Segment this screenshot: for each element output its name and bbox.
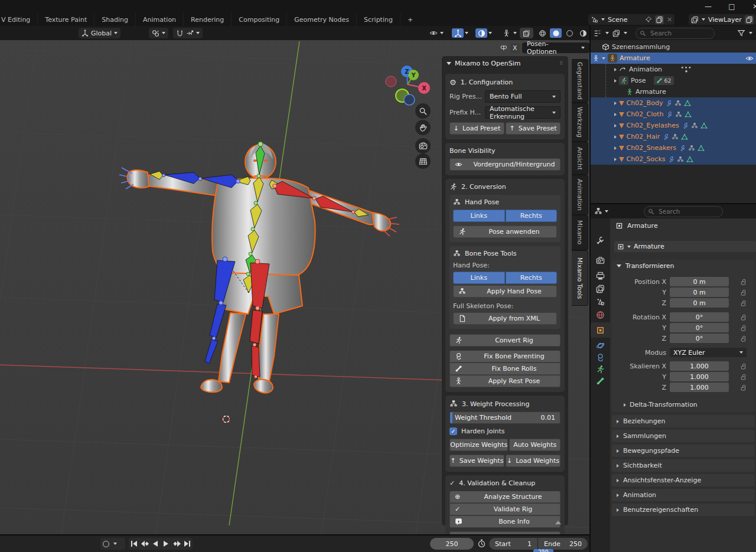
outliner-row-ch02-body[interactable]: ▼ Ch02_Body (591, 97, 756, 109)
window-minimize-button[interactable]: — (700, 1, 716, 12)
workspace-tab-uv-editing[interactable]: V Editing (0, 13, 38, 26)
shading-wireframe-button[interactable] (536, 28, 548, 38)
outliner-row-ch02-cloth[interactable]: ▼ Ch02_Cloth (591, 109, 756, 120)
position-z-field[interactable]: 0 m (670, 298, 729, 308)
display-mode-icon[interactable] (612, 30, 620, 37)
navigation-gizmo[interactable]: Z Y X (378, 55, 437, 109)
outliner-row-armature-object[interactable]: Armature (591, 53, 756, 64)
rotation-z-field[interactable]: 0° (670, 334, 729, 343)
drag-handle-icon[interactable]: ⠿ (559, 61, 563, 66)
workspace-tab-compositing[interactable]: Compositing (232, 13, 287, 26)
xray-toggle[interactable] (520, 28, 533, 38)
outliner-row-ch02-hair[interactable]: ▼ Ch02_Hair (591, 131, 756, 142)
outliner-row-ch02-sneakers[interactable]: ▼ Ch02_Sneakers (591, 142, 756, 153)
scroll-up-indicator[interactable] (555, 521, 561, 524)
play-reverse-button[interactable] (150, 538, 161, 550)
scale-x-field[interactable]: 1.000 (670, 361, 729, 371)
viewport-3d[interactable]: Global (0, 26, 589, 534)
optimize-weights-button[interactable]: Optimize Weights (449, 439, 508, 451)
lock-icon[interactable] (739, 277, 748, 286)
tab-object[interactable] (591, 322, 610, 338)
apply-rest-pose-button[interactable]: Apply Rest Pose (449, 375, 561, 387)
rotation-mode-dropdown[interactable]: XYZ Euler (670, 348, 747, 357)
window-close-button[interactable]: ✕ (748, 1, 756, 12)
bpt-rechts-button[interactable]: Rechts (506, 272, 558, 284)
shading-material-button[interactable] (563, 28, 575, 38)
pin-icon[interactable] (645, 16, 652, 23)
new-viewlayer-icon[interactable] (745, 15, 754, 24)
lock-icon[interactable] (739, 361, 748, 371)
rig-preset-dropdown[interactable]: Bento Full (485, 90, 561, 103)
properties-search-input[interactable] (657, 207, 719, 215)
fix-bone-parenting-button[interactable]: Fix Bone Parenting (449, 351, 561, 362)
outliner-row-animation[interactable]: Animation (591, 64, 756, 75)
workspace-tab-texture-paint[interactable]: Texture Paint (38, 13, 94, 26)
panel-sammlungen[interactable]: Sammlungen (612, 430, 755, 442)
rotation-x-field[interactable]: 0° (670, 312, 729, 322)
tab-bone[interactable] (591, 373, 610, 388)
new-scene-icon[interactable] (655, 15, 664, 24)
pose-options-dropdown[interactable]: Posen-Optionen (522, 43, 589, 53)
transform-orientation-dropdown[interactable]: Global (79, 28, 120, 38)
panel-header[interactable]: Mixamo to OpenSim ⠿ (442, 56, 568, 70)
outliner-search-input[interactable] (649, 29, 711, 37)
frame-start-field[interactable]: Start 1 (489, 538, 537, 550)
lock-icon[interactable] (739, 323, 748, 332)
bpt-links-button[interactable]: Links (453, 272, 505, 284)
lock-icon[interactable] (739, 372, 748, 381)
unlink-scene-icon[interactable]: ✕ (667, 16, 672, 24)
play-button[interactable] (161, 538, 171, 550)
panel-benutzereigenschaften[interactable]: Benutzereigenschaften (612, 504, 755, 516)
sidebar-tab-mixamo[interactable]: Mixamo (572, 215, 588, 250)
shading-solid-button[interactable] (550, 28, 562, 38)
sidebar-tab-gegenstand[interactable]: Gegenstand (572, 59, 588, 103)
sidebar-tab-animation[interactable]: Animation (572, 175, 588, 215)
prefix-dropdown[interactable]: Automatische Erkennung (485, 106, 561, 119)
lock-icon[interactable] (739, 298, 748, 308)
playhead-marker[interactable]: 250 (533, 549, 553, 552)
window-maximize-button[interactable]: □ (724, 1, 739, 12)
record-options-dropdown[interactable] (111, 538, 119, 550)
record-button[interactable] (100, 538, 111, 550)
current-frame-field[interactable]: 250 (430, 538, 474, 550)
editor-type-icon[interactable] (594, 30, 602, 37)
scale-z-field[interactable]: 1.000 (670, 383, 729, 392)
hand-pose-rechts-button[interactable]: Rechts (506, 210, 558, 222)
tab-render[interactable] (591, 253, 610, 268)
rotation-y-field[interactable]: 0° (670, 323, 729, 332)
auto-weights-button[interactable]: Auto Weights (509, 439, 561, 451)
workspace-tab-shading[interactable]: Shading (94, 13, 136, 26)
outliner-row-armature-data[interactable]: Armature (591, 86, 756, 97)
jump-to-end-button[interactable] (182, 538, 193, 550)
scale-y-field[interactable]: 1.000 (670, 372, 729, 381)
camera-view-button[interactable] (415, 138, 431, 153)
previous-keyframe-button[interactable] (139, 538, 150, 550)
gizmos-toggle[interactable] (449, 28, 471, 38)
snapping-group[interactable] (173, 28, 203, 38)
load-weights-button[interactable]: ↓Load Weights (506, 455, 561, 467)
tab-world[interactable] (591, 307, 610, 322)
analyze-structure-button[interactable]: ⊕ Analyze Structure (449, 491, 561, 503)
jump-to-start-button[interactable] (129, 538, 139, 550)
panel-ansichtsfenster-anzeige[interactable]: Ansichtsfenster-Anzeige (612, 474, 755, 486)
scene-selector[interactable]: Scene ✕ (588, 14, 674, 25)
transform-panel-header[interactable]: Transformieren (617, 262, 674, 270)
sidebar-tab-werkzeug[interactable]: Werkzeug (572, 103, 588, 142)
editor-type-icon[interactable] (594, 207, 602, 215)
bone-info-button[interactable]: Bone Info (449, 515, 561, 528)
panel-sichtbarkeit[interactable]: Sichtbarkeit (612, 459, 755, 472)
pivot-point-dropdown[interactable] (149, 28, 168, 38)
hand-pose-links-button[interactable]: Links (453, 210, 505, 222)
overlays-toggle[interactable] (472, 28, 495, 38)
convert-rig-button[interactable]: Convert Rig (449, 334, 561, 347)
character-model[interactable] (119, 142, 399, 393)
visibility-dropdown[interactable] (426, 28, 447, 38)
delta-transform-panel[interactable]: Delta-Transformation (624, 401, 698, 409)
load-preset-button[interactable]: ↓Load Preset (449, 122, 504, 135)
zoom-button[interactable] (415, 103, 431, 119)
outliner-row-collection[interactable]: Szenensammlung (591, 41, 756, 53)
panel-animation[interactable]: Animation (612, 489, 755, 501)
lock-icon[interactable] (739, 334, 748, 343)
save-weights-button[interactable]: ↑Save Weights (449, 455, 504, 467)
pose-anwenden-button[interactable]: Pose anwenden (453, 226, 557, 238)
